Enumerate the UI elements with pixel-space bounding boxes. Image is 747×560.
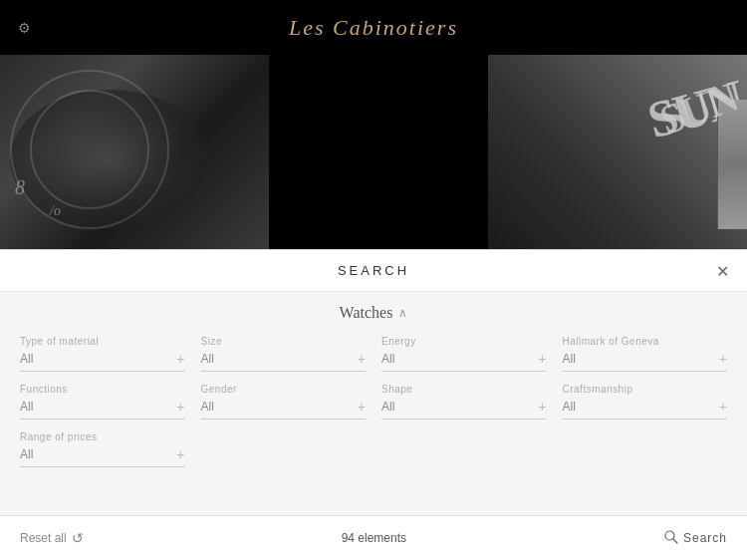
header: ⚙ Les Cabinotiers [0,0,747,55]
filter-type-of-material[interactable]: Type of material All + [20,336,185,372]
filter-hallmark-plus[interactable]: + [719,351,727,367]
filter-gender-plus[interactable]: + [358,399,366,415]
filter-range-of-prices-label: Range of prices [20,431,185,442]
search-panel: SEARCH ✕ Watches ∧ Type of material All … [0,249,747,475]
filter-hallmark[interactable]: Hallmark of Geneva All + [563,336,728,372]
watch-ring-inner [30,90,149,209]
search-button[interactable]: Search [664,530,727,547]
watches-header: Watches ∧ [20,304,727,322]
filter-size-value: All [201,352,214,366]
filter-gender-row: All + [201,399,367,415]
filter-size-plus[interactable]: + [358,351,366,367]
filter-shape-value: All [381,400,394,414]
filter-hallmark-label: Hallmark of Geneva [563,336,728,347]
filter-range-of-prices-plus[interactable]: + [176,446,184,462]
filter-type-of-material-label: Type of material [20,336,185,347]
filter-hallmark-value: All [563,352,576,366]
filter-type-of-material-plus[interactable]: + [176,351,184,367]
filter-craftsmanship[interactable]: Craftsmanship All + [563,384,728,420]
filter-hallmark-row: All + [563,351,728,367]
filter-size[interactable]: Size All + [201,336,367,372]
search-title: SEARCH [338,263,409,278]
watch-numeral-2: /o [50,203,61,219]
hero-image: 8 /o SUN [0,55,747,249]
gear-icon[interactable]: ⚙ [18,19,31,36]
filter-energy-plus[interactable]: + [538,351,546,367]
filter-craftsmanship-label: Craftsmanship [563,384,728,395]
filter-energy-label: Energy [381,336,547,347]
filter-functions-label: Functions [20,384,185,395]
filter-craftsmanship-row: All + [563,399,728,415]
filter-range-of-prices-value: All [20,447,33,461]
filter-energy-value: All [381,352,394,366]
filter-craftsmanship-plus[interactable]: + [719,399,727,415]
watches-label: Watches [340,304,393,322]
chevron-up-icon[interactable]: ∧ [398,306,407,321]
close-button[interactable]: ✕ [716,261,729,280]
brand-title: Les Cabinotiers [289,15,458,41]
bottom-bar: Reset all ↺ 94 elements Search [0,515,747,560]
filter-shape-row: All + [381,399,547,415]
hero-center-panel [269,55,488,249]
filter-functions-plus[interactable]: + [176,399,184,415]
filter-functions-value: All [20,400,33,414]
hero-left-panel: 8 /o [0,55,269,249]
filter-range-of-prices[interactable]: Range of prices All + [20,431,185,467]
filter-size-row: All + [201,351,367,367]
reset-all-button[interactable]: Reset all ↺ [20,530,84,546]
filter-energy-row: All + [381,351,547,367]
search-label: Search [683,531,727,545]
filter-type-of-material-row: All + [20,351,185,367]
watches-section: Watches ∧ Type of material All + Size Al… [0,292,747,475]
filter-shape-label: Shape [381,384,547,395]
filter-gender[interactable]: Gender All + [201,384,367,420]
reset-all-label: Reset all [20,531,67,545]
filter-type-of-material-value: All [20,352,33,366]
filter-gender-label: Gender [201,384,367,395]
filter-energy[interactable]: Energy All + [381,336,547,372]
watch-numeral: 8 [15,176,25,199]
hero-right-panel: SUN [488,55,747,249]
filter-range-of-prices-row: All + [20,446,185,462]
filter-shape[interactable]: Shape All + [381,384,547,420]
svg-line-1 [673,539,677,543]
filter-craftsmanship-value: All [563,400,576,414]
watch-crown [717,100,747,229]
filter-functions[interactable]: Functions All + [20,384,185,420]
elements-count: 94 elements [342,531,406,545]
search-header: SEARCH ✕ [0,250,747,292]
filter-shape-plus[interactable]: + [538,399,546,415]
reset-icon: ↺ [72,530,84,546]
filter-gender-value: All [201,400,214,414]
search-icon [664,530,678,547]
filter-size-label: Size [201,336,367,347]
filter-functions-row: All + [20,399,185,415]
filter-grid: Type of material All + Size All + Energy… [20,336,727,467]
